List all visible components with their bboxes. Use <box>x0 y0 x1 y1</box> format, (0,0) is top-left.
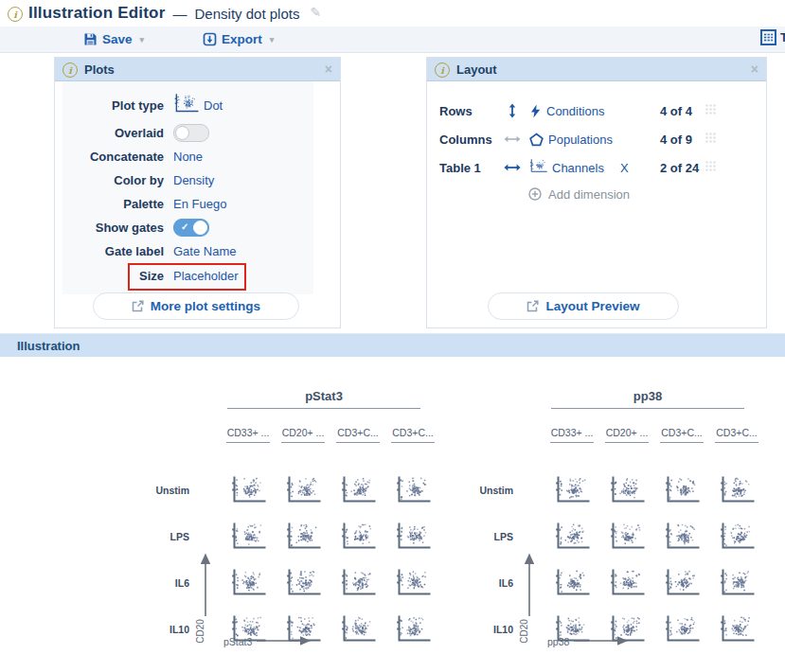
export-button[interactable]: Export ▾ <box>203 32 274 46</box>
setting-row-palette: Palette En Fuego <box>62 192 313 216</box>
column-header-label: CD33+ ... <box>221 427 276 438</box>
palette-value[interactable]: En Fuego <box>173 197 226 211</box>
mini-dot-plot[interactable] <box>719 569 755 601</box>
overlaid-toggle[interactable] <box>173 124 209 142</box>
mini-dot-plot[interactable] <box>230 522 266 555</box>
channels-plot-icon <box>529 159 547 176</box>
mini-dot-plot[interactable] <box>719 476 755 508</box>
selection-count: 4 of 4 <box>660 104 692 118</box>
mini-dot-plot[interactable] <box>395 615 431 647</box>
selection-count: 4 of 9 <box>660 133 692 147</box>
more-plot-settings-button[interactable]: More plot settings <box>93 292 299 320</box>
mini-dot-plot[interactable] <box>609 522 645 555</box>
mini-dot-plot[interactable] <box>285 569 321 601</box>
mini-dot-plot[interactable] <box>340 569 376 601</box>
mini-dot-plot[interactable] <box>719 522 755 555</box>
concatenate-value[interactable]: None <box>173 150 203 164</box>
color-by-value[interactable]: Density <box>173 173 214 187</box>
mini-dot-plot[interactable] <box>664 476 700 508</box>
mini-dot-plot[interactable] <box>395 569 431 601</box>
toggle-knob <box>193 221 207 235</box>
mini-dot-plot[interactable] <box>230 476 266 508</box>
layout-preview-button[interactable]: Layout Preview <box>488 292 679 320</box>
illustration-bar-label: Illustration <box>17 339 80 353</box>
save-button[interactable]: Save ▾ <box>83 32 144 46</box>
x-axis-label: pp38 <box>547 636 569 647</box>
dimension-channels[interactable]: Channels <box>529 159 620 176</box>
plot-type-text: Dot <box>204 98 223 113</box>
column-header-label: CD20+ ... <box>599 427 654 438</box>
gate-label-value[interactable]: Gate Name <box>173 244 236 258</box>
info-icon[interactable]: i <box>435 62 450 78</box>
mini-dot-plot[interactable] <box>719 615 755 647</box>
plus-circle-icon <box>528 187 542 201</box>
dimension-slot-label: Columns <box>439 133 501 147</box>
dimension-name: Conditions <box>546 104 604 118</box>
export-download-icon <box>203 32 217 46</box>
corner-table-tool[interactable]: T <box>760 29 785 45</box>
page-title: Illustration Editor <box>28 4 166 23</box>
row-label: IL10 <box>464 624 513 635</box>
mini-dot-plot[interactable] <box>554 476 590 508</box>
dimension-conditions[interactable]: Conditions <box>529 104 620 118</box>
vertical-arrows-icon <box>501 103 524 118</box>
info-icon[interactable]: i <box>8 7 23 22</box>
row-label: LPS <box>140 531 189 542</box>
mini-dot-plot[interactable] <box>554 569 590 601</box>
x-axis-link[interactable]: X <box>620 161 660 175</box>
pentagon-icon <box>529 133 544 147</box>
column-header-label: CD3+C... <box>654 427 709 438</box>
mini-dot-plot[interactable] <box>554 522 590 555</box>
mini-dot-plot[interactable] <box>395 522 431 555</box>
drag-handle-icon[interactable] <box>705 132 717 147</box>
drag-handle-icon[interactable] <box>705 160 717 175</box>
layout-dimension-list: Rows Conditions 4 of 4 <box>427 81 766 206</box>
add-dimension-button[interactable]: Add dimension <box>528 182 766 206</box>
lightning-icon <box>529 104 542 118</box>
column-header-underline <box>281 442 325 443</box>
group-title: pp38 <box>551 389 744 409</box>
mini-dot-plot[interactable] <box>340 476 376 508</box>
setting-label: Show gates <box>72 221 164 235</box>
layout-preview-label: Layout Preview <box>545 299 639 313</box>
illustration-name: Density dot plots <box>195 6 300 22</box>
layout-panel-title: Layout <box>456 62 497 77</box>
y-axis-arrow <box>199 552 212 622</box>
mini-dot-plot[interactable] <box>285 522 321 555</box>
setting-label: Concatenate <box>72 150 164 164</box>
add-dimension-label: Add dimension <box>548 187 630 202</box>
show-gates-toggle[interactable]: ✓ <box>173 219 209 237</box>
info-icon[interactable]: i <box>62 62 78 78</box>
illustration-editor-screen: i Illustration Editor — Density dot plot… <box>0 0 785 672</box>
plots-settings-list: Plot type Dot Overlaid Concatenate None … <box>62 81 313 294</box>
mini-dot-plot[interactable] <box>285 476 321 508</box>
illustration-section-bar[interactable]: Illustration <box>0 333 785 357</box>
mini-dot-plot[interactable] <box>340 522 376 555</box>
mini-dot-plot[interactable] <box>664 615 700 647</box>
edit-pencil-icon[interactable]: ✎ <box>310 5 321 20</box>
close-icon[interactable]: × <box>325 62 332 76</box>
mini-dot-plot[interactable] <box>609 569 645 601</box>
layout-panel-header: i Layout × <box>427 58 766 81</box>
mini-dot-plot[interactable] <box>664 569 700 601</box>
dimension-name: Channels <box>552 161 604 175</box>
save-label: Save <box>102 32 133 46</box>
plot-type-value[interactable]: Dot <box>173 94 223 116</box>
mini-dot-plot[interactable] <box>340 615 376 647</box>
drag-handle-icon[interactable] <box>705 103 717 118</box>
layout-row-table1: Table 1 Channels X 2 of 24 <box>427 153 766 182</box>
column-header-underline <box>715 442 758 443</box>
close-icon[interactable]: × <box>751 62 758 76</box>
setting-label: Size <box>72 269 164 283</box>
horizontal-arrows-icon <box>501 134 524 144</box>
setting-label: Color by <box>72 173 164 187</box>
mini-dot-plot[interactable] <box>395 476 431 508</box>
mini-dot-plot[interactable] <box>230 569 266 601</box>
size-value[interactable]: Placeholder <box>173 269 239 283</box>
mini-dot-plot[interactable] <box>664 522 700 555</box>
selection-count: 2 of 24 <box>660 161 699 175</box>
dimension-populations[interactable]: Populations <box>529 133 620 147</box>
mini-dot-plot[interactable] <box>609 476 645 508</box>
row-label: IL6 <box>464 577 513 589</box>
x-axis-label: pStat3 <box>223 636 252 647</box>
